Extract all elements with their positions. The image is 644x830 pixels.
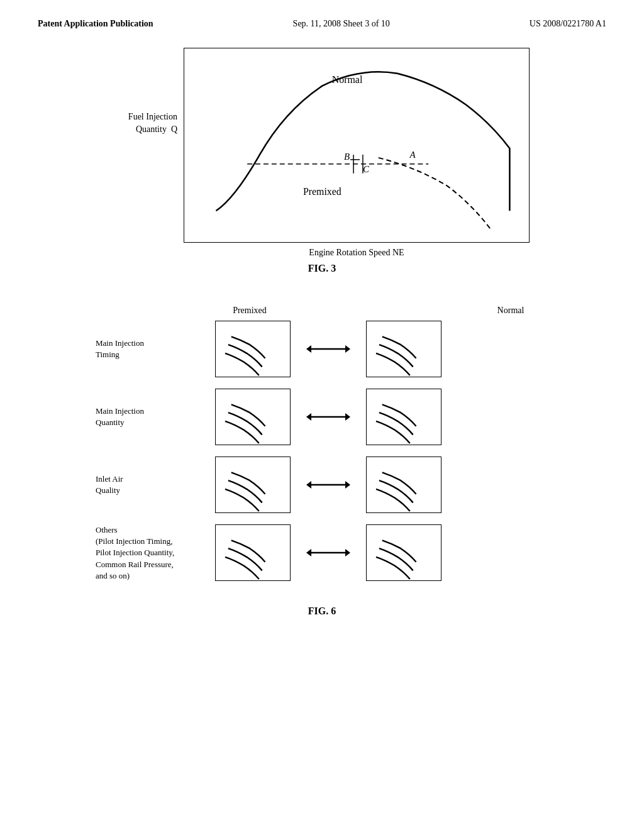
row2-arrow <box>303 404 353 429</box>
svg-text:Premixed: Premixed <box>303 186 341 197</box>
table-row: Main InjectionTiming <box>96 321 548 377</box>
row1-content <box>215 321 441 377</box>
header-center: Sep. 11, 2008 Sheet 3 of 10 <box>293 19 390 29</box>
fig6-header-row: Premixed Normal <box>96 306 548 316</box>
fig3-section: Fuel InjectionQuantity Q Normal Premixed <box>38 48 606 274</box>
row1-label: Main InjectionTiming <box>96 338 215 360</box>
header-left: Patent Application Publication <box>38 19 153 29</box>
row4-content <box>215 524 441 581</box>
table-row: Inlet AirQuality <box>96 456 548 513</box>
fig3-y-label: Fuel InjectionQuantity Q <box>102 48 177 135</box>
fig3-container: Fuel InjectionQuantity Q Normal Premixed <box>102 48 542 258</box>
header-right: US 2008/0221780 A1 <box>530 19 606 29</box>
row2-content <box>215 389 441 445</box>
svg-text:Normal: Normal <box>332 74 363 85</box>
svg-marker-13 <box>306 413 311 421</box>
svg-marker-11 <box>345 345 350 353</box>
svg-text:A: A <box>409 150 416 160</box>
page-header: Patent Application Publication Sep. 11, … <box>38 19 606 29</box>
svg-marker-20 <box>345 549 350 556</box>
svg-marker-19 <box>306 549 311 556</box>
row2-label: Main InjectionQuantity <box>96 406 215 428</box>
row2-box-left <box>215 389 291 445</box>
row3-arrow <box>303 472 353 497</box>
page: Patent Application Publication Sep. 11, … <box>0 0 644 830</box>
svg-marker-10 <box>306 345 311 353</box>
row4-box-right <box>366 524 441 581</box>
fig3-chart: Normal Premixed A B <box>184 48 530 243</box>
svg-marker-17 <box>345 481 350 489</box>
fig6-normal-header: Normal <box>473 306 548 316</box>
table-row: Main InjectionQuantity <box>96 389 548 445</box>
fig3-caption: FIG. 3 <box>308 263 336 274</box>
svg-text:B: B <box>344 152 350 162</box>
row3-content <box>215 456 441 513</box>
row3-box-left <box>215 456 291 513</box>
fig6-section: Premixed Normal Main InjectionTiming <box>38 306 606 617</box>
row2-box-right <box>366 389 441 445</box>
row3-box-right <box>366 456 441 513</box>
row4-arrow <box>303 540 353 565</box>
row1-box-right <box>366 321 441 377</box>
row4-box-left <box>215 524 291 581</box>
row3-label: Inlet AirQuality <box>96 473 215 496</box>
row4-label: Others(Pilot Injection Timing,Pilot Inje… <box>96 524 215 582</box>
svg-text:C: C <box>363 164 370 174</box>
table-row: Others(Pilot Injection Timing,Pilot Inje… <box>96 524 548 582</box>
fig6-caption: FIG. 6 <box>308 606 336 617</box>
svg-marker-14 <box>345 413 350 421</box>
row1-arrow <box>303 336 353 362</box>
fig3-x-label: Engine Rotation Speed NE <box>184 248 530 258</box>
row1-box-left <box>215 321 291 377</box>
svg-marker-16 <box>306 481 311 489</box>
fig6-premixed-header: Premixed <box>212 306 287 316</box>
